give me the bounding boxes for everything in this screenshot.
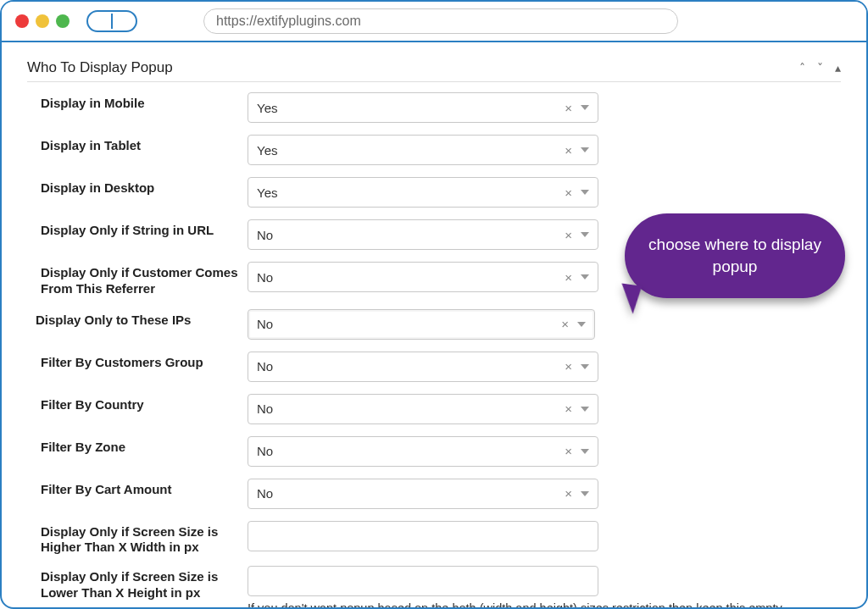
label-cart-amount: Filter By Cart Amount xyxy=(27,479,248,498)
select-value: No xyxy=(257,359,565,374)
clear-icon[interactable]: × xyxy=(565,487,572,500)
field-country: Filter By Country No × xyxy=(27,394,841,424)
caret-down-icon xyxy=(581,491,589,496)
select-country[interactable]: No × xyxy=(248,394,598,424)
chevron-up-icon[interactable]: ˄ xyxy=(799,61,805,75)
caret-down-icon xyxy=(581,105,589,110)
label-ips: Display Only to These IPs xyxy=(27,309,248,329)
caret-down-icon xyxy=(581,274,589,280)
panel-actions: ˄ ˅ ▴ xyxy=(799,61,841,75)
label-screen-lower: Display Only if Screen Size is Lower Tha… xyxy=(27,566,248,601)
clear-icon[interactable]: × xyxy=(565,271,572,284)
select-value: No xyxy=(257,270,565,285)
clear-icon[interactable]: × xyxy=(565,445,572,457)
caret-down-icon xyxy=(581,147,589,152)
select-display-mobile[interactable]: Yes × xyxy=(248,92,598,123)
caret-down-icon xyxy=(581,449,589,454)
label-display-mobile: Display in Mobile xyxy=(27,92,248,112)
caret-down-icon xyxy=(577,322,586,327)
field-cart-amount: Filter By Cart Amount No × xyxy=(27,479,841,509)
clear-icon[interactable]: × xyxy=(565,144,572,157)
field-display-desktop: Display in Desktop Yes × xyxy=(27,177,841,208)
input-screen-lower[interactable] xyxy=(248,566,598,596)
select-referrer[interactable]: No × xyxy=(248,262,598,292)
select-value: No xyxy=(257,228,565,242)
select-value: Yes xyxy=(257,143,565,158)
select-value: No xyxy=(257,486,565,501)
field-screen-higher: Display Only if Screen Size is Higher Th… xyxy=(27,521,841,556)
select-display-desktop[interactable]: Yes × xyxy=(248,177,598,208)
label-customers-group: Filter By Customers Group xyxy=(27,352,248,371)
select-value: Yes xyxy=(257,185,565,200)
select-value: Yes xyxy=(257,101,565,115)
settings-panel: Who To Display Popup ˄ ˅ ▴ Display in Mo… xyxy=(2,42,866,607)
field-ips: Display Only to These IPs No × xyxy=(27,309,841,340)
panel-header: Who To Display Popup ˄ ˅ ▴ xyxy=(27,59,841,82)
caret-down-icon xyxy=(581,190,589,195)
chevron-down-icon[interactable]: ˅ xyxy=(817,61,823,75)
caret-down-icon xyxy=(581,232,589,237)
label-screen-higher: Display Only if Screen Size is Higher Th… xyxy=(27,521,248,556)
clear-icon[interactable]: × xyxy=(565,360,572,373)
field-display-tablet: Display in Tablet Yes × xyxy=(27,135,841,165)
input-screen-higher[interactable] xyxy=(248,521,598,551)
select-string-in-url[interactable]: No × xyxy=(248,219,598,250)
minimize-window-button[interactable] xyxy=(36,14,49,28)
label-country: Filter By Country xyxy=(27,394,248,413)
caret-down-icon xyxy=(581,407,589,412)
url-text: https://extifyplugins.com xyxy=(216,14,361,29)
caret-down-icon xyxy=(581,364,589,369)
clear-icon[interactable]: × xyxy=(565,402,572,415)
field-screen-lower: Display Only if Screen Size is Lower Tha… xyxy=(27,566,841,607)
url-bar[interactable]: https://extifyplugins.com xyxy=(203,8,678,34)
helper-screen-lower: If you don't want popup based on the bot… xyxy=(248,601,782,607)
select-value: No xyxy=(257,317,561,331)
field-display-mobile: Display in Mobile Yes × xyxy=(27,92,841,123)
label-string-in-url: Display Only if String in URL xyxy=(27,219,248,239)
browser-toggle-icon xyxy=(86,10,137,32)
callout-bubble: choose where to display popup xyxy=(625,213,845,298)
label-display-tablet: Display in Tablet xyxy=(27,135,248,154)
label-display-desktop: Display in Desktop xyxy=(27,177,248,197)
close-window-button[interactable] xyxy=(15,14,29,28)
field-zone: Filter By Zone No × xyxy=(27,436,841,467)
select-zone[interactable]: No × xyxy=(248,436,598,467)
clear-icon[interactable]: × xyxy=(565,186,572,199)
field-customers-group: Filter By Customers Group No × xyxy=(27,352,841,382)
select-customers-group[interactable]: No × xyxy=(248,352,598,382)
clear-icon[interactable]: × xyxy=(565,102,572,114)
browser-titlebar: https://extifyplugins.com xyxy=(2,2,866,42)
caret-up-icon[interactable]: ▴ xyxy=(835,61,841,75)
maximize-window-button[interactable] xyxy=(56,14,70,28)
clear-icon[interactable]: × xyxy=(561,318,569,330)
select-cart-amount[interactable]: No × xyxy=(248,479,598,509)
callout-text: choose where to display popup xyxy=(625,234,845,277)
select-value: No xyxy=(257,444,565,458)
label-referrer: Display Only if Customer Comes From This… xyxy=(27,262,248,297)
select-display-tablet[interactable]: Yes × xyxy=(248,135,598,165)
select-ips[interactable]: No × xyxy=(248,309,595,340)
panel-title: Who To Display Popup xyxy=(27,59,799,76)
traffic-lights xyxy=(15,14,70,28)
browser-frame: https://extifyplugins.com Who To Display… xyxy=(0,0,868,609)
label-zone: Filter By Zone xyxy=(27,436,248,456)
clear-icon[interactable]: × xyxy=(565,229,572,241)
select-value: No xyxy=(257,401,565,416)
